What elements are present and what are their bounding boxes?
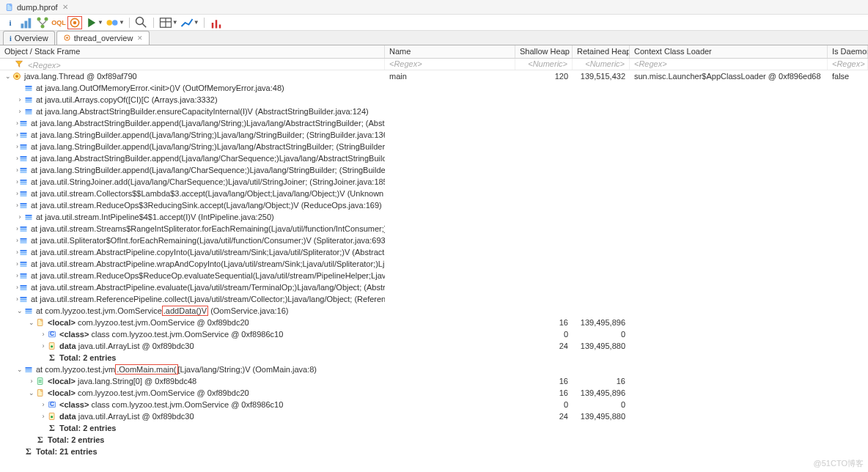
svg-rect-75 <box>21 277 27 279</box>
tree-row[interactable]: ›at java.util.stream.ReferencePipeline.c… <box>0 293 868 305</box>
chart-button[interactable] <box>19 16 34 29</box>
header-retained[interactable]: Retained Heap <box>573 45 630 58</box>
dropdown-arrow-icon[interactable]: ▼ <box>119 19 125 26</box>
tree-row[interactable]: ›at java.lang.StringBuilder.append(Ljava… <box>0 141 868 152</box>
tree-row[interactable]: ⌄<local> com.lyyzoo.test.jvm.OomService … <box>0 387 868 399</box>
tree-row[interactable]: ·ΣTotal: 21 entries <box>0 446 868 457</box>
tree-row[interactable]: ⌄at com.lyyzoo.test.jvm.OomService.addDa… <box>0 305 868 317</box>
close-icon[interactable]: ✕ <box>62 3 68 11</box>
close-icon[interactable]: ✕ <box>137 34 143 42</box>
tree-row[interactable]: ›at java.lang.StringBuilder.append(Ljava… <box>0 129 868 141</box>
tree-row[interactable]: ·ΣTotal: 2 entries <box>0 434 868 446</box>
tab-overview[interactable]: i Overview <box>3 31 55 45</box>
tree-row[interactable]: ›at java.util.Spliterator$OfInt.forEachR… <box>0 235 868 246</box>
tab-thread-overview[interactable]: thread_overview ✕ <box>56 31 150 45</box>
expand-icon[interactable]: › <box>40 331 47 338</box>
tree-row[interactable]: ⌄at com.lyyzoo.test.jvm.OomMain.main([Lj… <box>0 364 868 375</box>
collapse-icon[interactable]: ⌄ <box>16 366 23 373</box>
tree-row[interactable]: ›at java.util.stream.Streams$RangeIntSpl… <box>0 223 868 235</box>
filter-shallow[interactable]: <Numeric> <box>515 59 573 70</box>
sigma-icon: Σ <box>47 423 57 433</box>
expand-icon[interactable]: › <box>16 96 23 103</box>
collapse-icon[interactable]: ⌄ <box>16 307 23 314</box>
svg-point-21 <box>66 37 68 39</box>
svg-rect-32 <box>26 111 32 113</box>
collapse-icon[interactable]: ⌄ <box>4 73 12 80</box>
compare-button[interactable] <box>105 16 119 29</box>
filter-name[interactable]: <Regex> <box>385 59 515 70</box>
bars-button[interactable] <box>209 16 224 29</box>
svg-rect-27 <box>26 89 32 91</box>
run-button[interactable] <box>84 16 98 29</box>
filter-retained[interactable]: <Numeric> <box>573 59 630 70</box>
dropdown-arrow-icon[interactable]: ▼ <box>98 19 103 26</box>
tree-row[interactable]: ›at java.util.stream.ReduceOps$ReduceOp.… <box>0 270 868 281</box>
row-text: <local> com.lyyzoo.test.jvm.OomService @… <box>48 318 249 327</box>
expand-icon[interactable]: › <box>40 413 47 420</box>
tree-row[interactable]: ›at java.util.Arrays.copyOf([CI)[C (Arra… <box>0 94 868 106</box>
graph-button[interactable] <box>180 16 194 29</box>
stack-trace-tree[interactable]: ⌄java.lang.Thread @ 0xf89af790main120139… <box>0 70 868 472</box>
row-text: at java.util.stream.AbstractPipeline.cop… <box>31 248 385 257</box>
tree-row[interactable]: ·ΣTotal: 2 entries <box>0 422 868 434</box>
expand-icon[interactable]: › <box>16 213 23 221</box>
tree-row[interactable]: ›at java.util.stream.AbstractPipeline.ev… <box>0 281 868 293</box>
cell-retained: 139,495,896 <box>573 388 630 397</box>
tree-button[interactable] <box>35 16 50 29</box>
expand-icon[interactable]: › <box>40 342 47 350</box>
row-text: at java.lang.AbstractStringBuilder.appen… <box>31 154 385 163</box>
tree-row[interactable]: ›C<class> class com.lyyzoo.test.jvm.OomS… <box>0 399 868 410</box>
oql-button[interactable]: OQL <box>51 16 66 29</box>
svg-rect-68 <box>21 252 27 254</box>
svg-text:C: C <box>50 331 54 337</box>
tree-row[interactable]: ·at java.lang.OutOfMemoryError.<init>()V… <box>0 82 868 94</box>
search-button[interactable] <box>134 16 149 29</box>
expand-icon[interactable]: › <box>16 108 23 115</box>
tree-row[interactable]: ›at java.util.stream.AbstractPipeline.co… <box>0 246 868 258</box>
tree-row[interactable]: ›at java.lang.AbstractStringBuilder.appe… <box>0 117 868 129</box>
tree-row[interactable]: ›at java.util.StringJoiner.add(Ljava/lan… <box>0 176 868 188</box>
row-text: at java.lang.OutOfMemoryError.<init>()V … <box>36 84 284 92</box>
dropdown-arrow-icon[interactable]: ▼ <box>194 19 199 26</box>
svg-rect-33 <box>26 113 32 114</box>
thread-overview-button[interactable] <box>67 16 82 29</box>
row-text: at java.lang.StringBuilder.append(Ljava/… <box>31 130 385 139</box>
tree-row[interactable]: ›<local> java.lang.String[0] @ 0xf89bdc4… <box>0 375 868 387</box>
header-context[interactable]: Context Class Loader <box>630 45 828 58</box>
expand-icon[interactable]: › <box>40 401 47 408</box>
filter-context[interactable]: <Regex> <box>630 59 828 70</box>
filter-daemon[interactable]: <Regex> <box>828 59 868 70</box>
header-object[interactable]: Object / Stack Frame <box>0 45 385 58</box>
expand-icon[interactable]: › <box>28 377 35 385</box>
tree-row[interactable]: ›at java.util.stream.IntPipeline$4$1.acc… <box>0 211 868 223</box>
svg-point-8 <box>73 21 77 24</box>
header-name[interactable]: Name <box>385 45 515 58</box>
info-button[interactable]: i <box>3 16 18 29</box>
tree-row[interactable]: ⌄<local> com.lyyzoo.test.jvm.OomService … <box>0 317 868 328</box>
tree-row[interactable]: ·ΣTotal: 2 entries <box>0 352 868 364</box>
tab-label: thread_overview <box>74 34 133 43</box>
tree-row[interactable]: ›data java.util.ArrayList @ 0xf89bdc3024… <box>0 410 868 422</box>
tree-row[interactable]: ⌄java.lang.Thread @ 0xf89af790main120139… <box>0 70 868 82</box>
tree-row[interactable]: ›at java.util.stream.AbstractPipeline.wr… <box>0 258 868 270</box>
filter-row: <Regex> <Regex> <Numeric> <Numeric> <Reg… <box>0 59 868 70</box>
svg-rect-63 <box>21 230 27 232</box>
tree-row[interactable]: ›data java.util.ArrayList @ 0xf89bdc3024… <box>0 340 868 352</box>
frame-icon <box>18 247 29 257</box>
collapse-icon[interactable]: ⌄ <box>28 389 35 397</box>
cell-retained: 139,495,880 <box>573 412 630 421</box>
dropdown-arrow-icon[interactable]: ▼ <box>172 19 178 26</box>
filter-object[interactable]: <Regex> <box>0 59 385 70</box>
tree-row[interactable]: ›at java.util.stream.Collectors$$Lambda$… <box>0 188 868 199</box>
tree-row[interactable]: ›at java.lang.StringBuilder.append(Ljava… <box>0 164 868 176</box>
header-shallow[interactable]: Shallow Heap <box>515 45 573 58</box>
header-daemon[interactable]: Is Daemon <box>828 45 868 58</box>
svg-rect-31 <box>26 109 32 111</box>
tree-row[interactable]: ›at java.lang.AbstractStringBuilder.appe… <box>0 152 868 164</box>
table-button[interactable] <box>158 16 173 29</box>
tree-row[interactable]: ›C<class> class com.lyyzoo.test.jvm.OomS… <box>0 328 868 340</box>
tree-row[interactable]: ›at java.util.stream.ReduceOps$3Reducing… <box>0 199 868 211</box>
collapse-icon[interactable]: ⌄ <box>28 319 35 326</box>
tree-row[interactable]: ›at java.lang.AbstractStringBuilder.ensu… <box>0 106 868 117</box>
svg-rect-17 <box>211 23 213 29</box>
